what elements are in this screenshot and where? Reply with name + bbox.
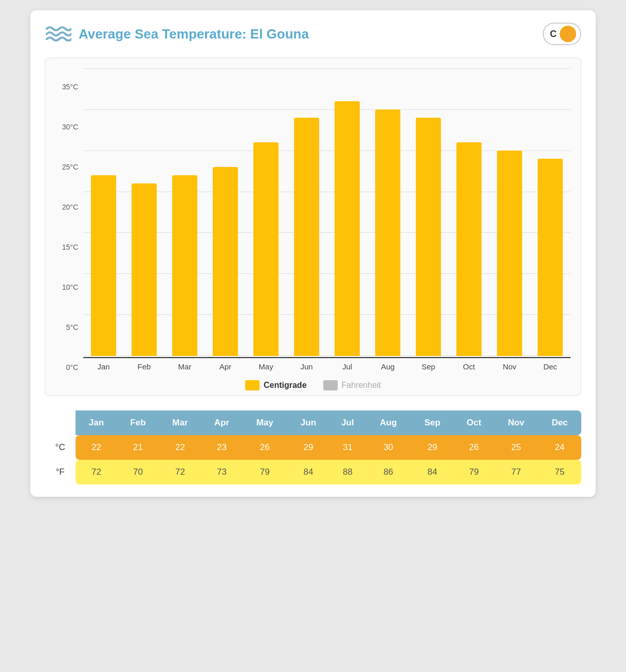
bar-group	[286, 68, 327, 356]
x-label-may: May	[246, 362, 286, 371]
chart-area: 35°C30°C25°C20°C15°C10°C5°C0°C JanFebMar…	[56, 68, 570, 371]
celsius-value-feb: 21	[117, 435, 159, 460]
bars-row	[83, 68, 570, 356]
table-header-dec: Dec	[538, 410, 581, 435]
table-header-nov: Nov	[494, 410, 538, 435]
fahrenheit-value-jun: 84	[287, 460, 329, 484]
fahrenheit-value-jan: 72	[76, 460, 117, 484]
bar-mar	[172, 175, 197, 356]
bar-sep	[416, 118, 441, 356]
bar-group	[164, 68, 205, 356]
celsius-value-mar: 22	[159, 435, 201, 460]
celsius-value-jun: 29	[287, 435, 329, 460]
bar-group	[246, 68, 286, 356]
table-header-aug: Aug	[366, 410, 411, 435]
x-label-nov: Nov	[489, 362, 530, 371]
celsius-value-aug: 30	[366, 435, 411, 460]
table-header-empty	[45, 410, 76, 435]
bar-may	[253, 142, 279, 356]
table-container: JanFebMarAprMayJunJulAugSepOctNovDec °C2…	[45, 410, 581, 484]
legend-fahrenheit-color	[323, 380, 338, 390]
celsius-value-apr: 23	[201, 435, 242, 460]
table-header-apr: Apr	[201, 410, 242, 435]
y-axis-label: 35°C	[62, 83, 78, 90]
fahrenheit-row: °F727072737984888684797775	[45, 460, 581, 484]
bar-feb	[132, 183, 157, 356]
y-axis-label: 25°C	[62, 163, 78, 171]
fahrenheit-value-feb: 70	[117, 460, 159, 484]
x-label-oct: Oct	[449, 362, 489, 371]
fahrenheit-value-jul: 88	[329, 460, 366, 484]
main-card: Average Sea Temperature: El Gouna C 35°C…	[30, 10, 596, 497]
table-header-feb: Feb	[117, 410, 159, 435]
fahrenheit-label: °F	[45, 460, 76, 484]
celsius-value-may: 26	[243, 435, 287, 460]
chart-container: 35°C30°C25°C20°C15°C10°C5°C0°C JanFebMar…	[45, 58, 581, 396]
table-header-mar: Mar	[159, 410, 201, 435]
bar-jul	[335, 101, 360, 356]
y-axis-label: 15°C	[62, 244, 78, 251]
bar-group	[408, 68, 449, 356]
table-header-jul: Jul	[329, 410, 366, 435]
y-axis-label: 20°C	[62, 203, 78, 211]
bar-group	[489, 68, 530, 356]
y-axis-label: 0°C	[66, 364, 79, 371]
x-label-mar: Mar	[164, 362, 205, 371]
fahrenheit-value-oct: 79	[454, 460, 494, 484]
x-label-apr: Apr	[205, 362, 246, 371]
table-header-jun: Jun	[287, 410, 329, 435]
y-axis-label: 5°C	[66, 324, 79, 331]
bar-jun	[294, 118, 319, 356]
celsius-fahrenheit-toggle[interactable]: C	[543, 23, 581, 45]
bar-nov	[497, 151, 522, 356]
y-axis: 35°C30°C25°C20°C15°C10°C5°C0°C	[56, 83, 78, 371]
x-label-jun: Jun	[286, 362, 327, 371]
legend-centigrade: Centigrade	[245, 380, 307, 390]
bar-group	[449, 68, 489, 356]
chart-inner: JanFebMarAprMayJunJulAugSepOctNovDec	[83, 68, 570, 371]
header-left: Average Sea Temperature: El Gouna	[45, 25, 309, 43]
legend-centigrade-color	[245, 380, 260, 390]
legend: Centigrade Fahrenheit	[56, 380, 570, 390]
x-label-sep: Sep	[408, 362, 449, 371]
bar-group	[367, 68, 408, 356]
bar-jan	[91, 175, 116, 356]
celsius-value-oct: 26	[454, 435, 494, 460]
x-label-feb: Feb	[124, 362, 164, 371]
x-axis-line	[83, 357, 570, 358]
fahrenheit-value-may: 79	[243, 460, 287, 484]
wave-icon	[45, 25, 71, 43]
legend-centigrade-label: Centigrade	[264, 381, 307, 390]
toggle-indicator	[560, 26, 576, 42]
table-header-oct: Oct	[454, 410, 494, 435]
y-axis-label: 10°C	[62, 284, 78, 291]
x-label-jan: Jan	[83, 362, 124, 371]
celsius-value-dec: 24	[538, 435, 581, 460]
bar-group	[124, 68, 164, 356]
celsius-row: °C222122232629313029262524	[45, 435, 581, 460]
fahrenheit-value-aug: 86	[366, 460, 411, 484]
page-title: Average Sea Temperature: El Gouna	[79, 26, 309, 42]
fahrenheit-value-sep: 84	[411, 460, 454, 484]
header: Average Sea Temperature: El Gouna C	[45, 23, 581, 45]
celsius-value-sep: 29	[411, 435, 454, 460]
celsius-label: °C	[45, 435, 76, 460]
table-header-jan: Jan	[76, 410, 117, 435]
bar-group	[83, 68, 124, 356]
bar-apr	[213, 167, 238, 356]
fahrenheit-value-apr: 73	[201, 460, 242, 484]
bar-group	[327, 68, 367, 356]
fahrenheit-value-mar: 72	[159, 460, 201, 484]
legend-fahrenheit-label: Fahrenheit	[342, 381, 381, 390]
table-header-may: May	[243, 410, 287, 435]
y-axis-label: 30°C	[62, 123, 78, 130]
bar-aug	[375, 109, 400, 356]
fahrenheit-value-dec: 75	[538, 460, 581, 484]
x-label-dec: Dec	[530, 362, 570, 371]
celsius-value-jan: 22	[76, 435, 117, 460]
bar-group	[530, 68, 570, 356]
celsius-value-jul: 31	[329, 435, 366, 460]
x-labels: JanFebMarAprMayJunJulAugSepOctNovDec	[83, 362, 570, 371]
bar-group	[205, 68, 246, 356]
data-table: JanFebMarAprMayJunJulAugSepOctNovDec °C2…	[45, 410, 581, 484]
